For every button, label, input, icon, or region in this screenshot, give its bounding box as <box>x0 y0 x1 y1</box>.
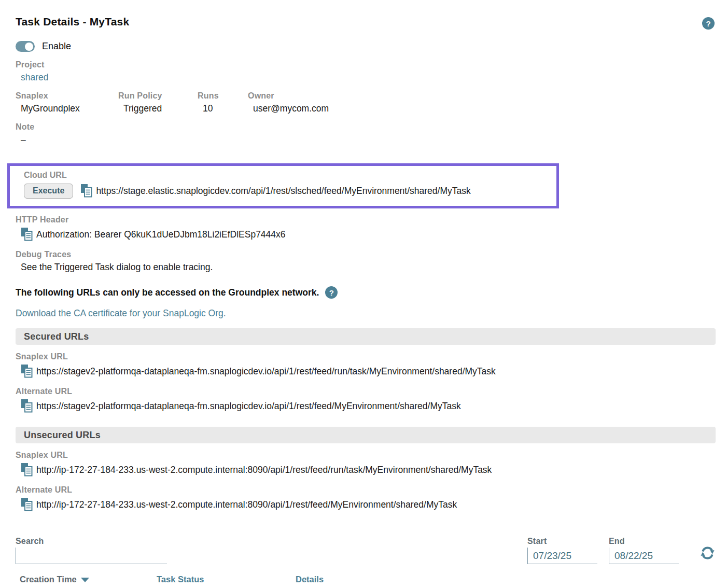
alternate-url-label: Alternate URL <box>16 387 716 396</box>
unsecured-urls-section-bar: Unsecured URLs <box>16 427 716 443</box>
snaplex-value: MyGroundplex <box>16 103 118 114</box>
history-table-header: Creation Time Task Status Details <box>16 575 716 584</box>
copy-icon[interactable] <box>80 184 92 200</box>
end-label: End <box>609 537 679 546</box>
project-label: Project <box>16 60 716 69</box>
execute-button[interactable]: Execute <box>24 184 73 199</box>
project-field: Project shared <box>16 60 716 83</box>
column-header-details[interactable]: Details <box>296 575 324 584</box>
date-filter-group: Start End <box>527 537 716 564</box>
unsecured-urls-title: Unsecured URLs <box>24 430 101 441</box>
search-field-group: Search <box>16 537 167 564</box>
http-header-label: HTTP Header <box>16 215 716 225</box>
cloud-url-highlight-box: Cloud URL Execute https://stage.elastic.… <box>7 163 559 208</box>
unsecured-alternate-url-value: http://ip-172-27-184-233.us-west-2.compu… <box>36 499 457 510</box>
owner-field: Owner user@mycom.com <box>248 91 716 114</box>
cloud-url-label: Cloud URL <box>24 171 549 180</box>
snaplex-label: Snaplex <box>16 91 118 101</box>
column-header-task-status[interactable]: Task Status <box>157 575 296 584</box>
cloud-url-value: https://stage.elastic.snaplogicdev.com/a… <box>96 186 470 197</box>
start-date-input[interactable] <box>527 548 597 564</box>
enable-toggle[interactable] <box>16 41 35 52</box>
unsecured-alternate-url-field: Alternate URL http://ip-172-27-184-233.u… <box>16 485 716 513</box>
debug-traces-label: Debug Traces <box>16 250 716 259</box>
owner-label: Owner <box>248 91 716 101</box>
creation-time-label: Creation Time <box>20 575 77 584</box>
task-info-columns: Snaplex MyGroundplex Run Policy Triggere… <box>16 91 716 114</box>
secured-snaplex-url-field: Snaplex URL https://stagev2-platformqa-d… <box>16 352 716 380</box>
note-label: Note <box>16 122 716 132</box>
snaplex-field: Snaplex MyGroundplex <box>16 91 118 114</box>
groundplex-notice: The following URLs can only be accessed … <box>16 287 319 298</box>
end-date-input[interactable] <box>609 548 679 564</box>
secured-snaplex-url-value: https://stagev2-platformqa-dataplaneqa-f… <box>36 366 496 377</box>
history-filters: Search Start End <box>16 537 716 564</box>
run-policy-value: Triggered <box>118 103 198 114</box>
debug-traces-value: See the Triggered Task dialog to enable … <box>16 262 716 273</box>
enable-label: Enable <box>42 41 71 52</box>
end-date-group: End <box>609 537 679 564</box>
copy-icon[interactable] <box>21 463 33 479</box>
project-link[interactable]: shared <box>21 72 49 82</box>
owner-value: user@mycom.com <box>248 103 716 114</box>
unsecured-snaplex-url-value: http://ip-172-27-184-233.us-west-2.compu… <box>36 465 492 475</box>
search-input[interactable] <box>16 548 167 564</box>
alternate-url-label: Alternate URL <box>16 485 716 495</box>
enable-row: Enable <box>16 41 716 52</box>
task-details-page: Task Details - MyTask ? Enable Project s… <box>0 0 727 588</box>
download-ca-certificate-link[interactable]: Download the CA certificate for your Sna… <box>16 308 716 319</box>
unsecured-snaplex-url-field: Snaplex URL http://ip-172-27-184-233.us-… <box>16 451 716 478</box>
start-date-group: Start <box>527 537 597 564</box>
copy-icon[interactable] <box>21 364 33 380</box>
secured-alternate-url-field: Alternate URL https://stagev2-platformqa… <box>16 387 716 414</box>
start-label: Start <box>527 537 597 546</box>
copy-icon[interactable] <box>21 227 33 243</box>
run-policy-label: Run Policy <box>118 91 198 101</box>
runs-value: 10 <box>198 103 248 114</box>
runs-label: Runs <box>198 91 248 101</box>
debug-traces-field: Debug Traces See the Triggered Task dial… <box>16 250 716 273</box>
secured-urls-section-bar: Secured URLs <box>16 328 716 345</box>
help-icon[interactable]: ? <box>702 17 715 30</box>
run-policy-field: Run Policy Triggered <box>118 91 198 114</box>
sort-desc-icon[interactable] <box>81 578 89 582</box>
runs-field: Runs 10 <box>198 91 248 114</box>
note-field: Note – <box>16 122 716 145</box>
copy-icon[interactable] <box>21 497 33 513</box>
note-value: – <box>16 134 716 145</box>
secured-alternate-url-value: https://stagev2-platformqa-dataplaneqa-f… <box>36 401 461 412</box>
http-header-value: Authorization: Bearer Q6kuK1dUeDJbm18Li2… <box>36 229 286 240</box>
snaplex-url-label: Snaplex URL <box>16 451 716 460</box>
snaplex-url-label: Snaplex URL <box>16 352 716 361</box>
search-label: Search <box>16 537 167 546</box>
help-icon[interactable]: ? <box>325 286 338 299</box>
column-header-creation-time[interactable]: Creation Time <box>20 575 157 584</box>
toggle-knob <box>25 43 33 51</box>
copy-icon[interactable] <box>21 399 33 415</box>
refresh-icon[interactable] <box>700 545 716 563</box>
secured-urls-title: Secured URLs <box>24 331 89 342</box>
http-header-field: HTTP Header Authorization: Bearer Q6kuK1… <box>16 215 716 243</box>
groundplex-notice-row: The following URLs can only be accessed … <box>16 286 716 299</box>
page-title: Task Details - MyTask <box>16 16 716 28</box>
